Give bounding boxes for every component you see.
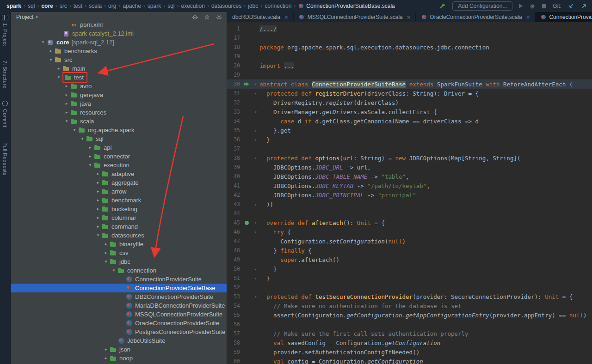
chevron-icon[interactable]: ▾: [55, 73, 62, 82]
line-number[interactable]: 29: [227, 72, 241, 78]
chevron-icon[interactable]: ▸: [94, 213, 102, 222]
tree-item[interactable]: ▸connector: [11, 152, 227, 161]
chevron-icon[interactable]: ▾: [94, 231, 102, 240]
override-marker-icon[interactable]: [245, 221, 249, 225]
code-line[interactable]: 37: [227, 144, 592, 153]
line-number[interactable]: 37: [227, 146, 241, 152]
chevron-icon[interactable]: ▸: [94, 187, 102, 196]
line-number[interactable]: 42: [227, 192, 241, 198]
fold-icon[interactable]: ▴: [252, 276, 259, 280]
code-line[interactable]: 1/.../: [227, 24, 592, 33]
line-number[interactable]: 57: [227, 330, 241, 337]
code-line[interactable]: 35▴ }.get: [227, 126, 592, 135]
line-number[interactable]: 40: [227, 173, 241, 180]
tree-item[interactable]: ▸adaptive: [11, 170, 227, 178]
line-number[interactable]: 35: [227, 127, 241, 133]
code-line[interactable]: 43▴ )): [227, 200, 592, 209]
tree-item[interactable]: ▾jdbc: [11, 257, 227, 266]
chevron-icon[interactable]: ▸: [102, 249, 110, 257]
code-line[interactable]: 30▾abstract class ConnectionProviderSuit…: [227, 79, 592, 89]
line-number[interactable]: 45: [227, 219, 241, 226]
code-line[interactable]: 54 // Make sure no authentication for th…: [227, 301, 592, 310]
tree-item[interactable]: ▸columnar: [11, 213, 227, 222]
line-number[interactable]: 19: [227, 53, 241, 60]
fold-icon[interactable]: ▾: [252, 82, 259, 86]
tree-item[interactable]: ▾core[spark-sql_2.12]: [11, 38, 227, 47]
breadcrumb-item[interactable]: connection: [265, 3, 291, 9]
line-number[interactable]: 44: [227, 210, 241, 217]
line-number[interactable]: 18: [227, 44, 241, 50]
tree-item[interactable]: ▸gen-java: [11, 91, 227, 99]
code-line[interactable]: 38▾ protected def options(url: String) =…: [227, 153, 592, 163]
tree-item[interactable]: ▸noop: [11, 354, 227, 363]
code-line[interactable]: 52: [227, 283, 592, 292]
fold-icon[interactable]: ▾: [252, 295, 259, 299]
code-line[interactable]: 31▾ protected def registerDriver(driverC…: [227, 89, 592, 98]
fold-icon[interactable]: ▾: [252, 110, 259, 114]
editor-tab[interactable]: dbcRDDSuite.scala×: [227, 12, 294, 22]
breadcrumb-item[interactable]: spark: [6, 3, 21, 9]
line-number[interactable]: 30: [227, 81, 241, 87]
tree-item[interactable]: ▸api: [11, 143, 227, 152]
line-number[interactable]: 20: [227, 62, 241, 69]
tree-item[interactable]: ▸benchmark: [11, 196, 227, 205]
chevron-icon[interactable]: ▾: [63, 117, 70, 126]
tree-item[interactable]: spark-catalyst_2.12.iml: [11, 29, 227, 38]
chevron-icon[interactable]: ▾: [110, 266, 117, 275]
stripe-item-pull-requests[interactable]: Pull Requests: [2, 140, 8, 176]
fold-icon[interactable]: ▴: [252, 267, 259, 271]
line-number[interactable]: 56: [227, 321, 241, 328]
chevron-icon[interactable]: ▾: [79, 134, 86, 143]
tree-item[interactable]: ▸arrow: [11, 187, 227, 196]
code-line[interactable]: 32 DriverRegistry.register(driverClass): [227, 98, 592, 107]
breadcrumb-item[interactable]: src: [60, 3, 67, 9]
line-number[interactable]: 33: [227, 109, 241, 115]
tree-item[interactable]: ▸benchmarks: [11, 47, 227, 55]
tree-item[interactable]: ▸resources: [11, 108, 227, 117]
code-line[interactable]: 17: [227, 33, 592, 42]
line-number[interactable]: 32: [227, 99, 241, 106]
breadcrumb-item[interactable]: datasources: [211, 3, 241, 9]
line-number[interactable]: 49: [227, 256, 241, 263]
breadcrumb-item[interactable]: scala: [89, 3, 102, 9]
line-number[interactable]: 50: [227, 266, 241, 272]
code-line[interactable]: 51▴ }: [227, 273, 592, 283]
git-update-icon[interactable]: [568, 3, 574, 9]
line-number[interactable]: 55: [227, 312, 241, 318]
breadcrumb-item[interactable]: apache: [123, 3, 141, 9]
line-number[interactable]: 41: [227, 182, 241, 189]
close-icon[interactable]: ×: [407, 14, 411, 20]
close-icon[interactable]: ×: [526, 14, 530, 20]
line-number[interactable]: 1: [227, 25, 241, 32]
tree-item[interactable]: ▸java: [11, 99, 227, 108]
line-number[interactable]: 17: [227, 35, 241, 41]
tree-item[interactable]: ▾sql: [11, 134, 227, 143]
line-number[interactable]: 36: [227, 136, 241, 143]
code-line[interactable]: 42 JDBCOptions.JDBC_PRINCIPAL -> "princi…: [227, 190, 592, 200]
chevron-icon[interactable]: ▸: [94, 196, 102, 205]
code-line[interactable]: 33▾ DriverManager.getDrivers.asScala.col…: [227, 107, 592, 116]
fold-icon[interactable]: ▴: [252, 202, 259, 206]
line-number[interactable]: 39: [227, 164, 241, 170]
line-number[interactable]: 48: [227, 247, 241, 254]
code-line[interactable]: 39 JDBCOptions.JDBC_URL -> url,: [227, 163, 592, 172]
chevron-icon[interactable]: ▸: [55, 64, 62, 73]
tree-item[interactable]: MariaDBConnectionProviderSuite: [11, 301, 227, 310]
breadcrumb-item[interactable]: jdbc: [248, 3, 258, 9]
fold-icon[interactable]: ▴: [252, 138, 259, 142]
tree-item[interactable]: pom.xml: [11, 20, 227, 29]
code-line[interactable]: 47 Configuration.setConfiguration(null): [227, 237, 592, 246]
tree-item[interactable]: MSSQLConnectionProviderSuite: [11, 310, 227, 319]
tree-item[interactable]: DB2ConnectionProviderSuite: [11, 292, 227, 301]
code-line[interactable]: 58 val savedConfig = Configuration.getCo…: [227, 338, 592, 347]
stripe-item-commit[interactable]: Commit: [2, 101, 8, 127]
fold-icon[interactable]: ▾: [252, 156, 259, 160]
run-icon[interactable]: [519, 4, 523, 8]
code-line[interactable]: 34 case d if d.getClass.getCanonicalName…: [227, 116, 592, 126]
chevron-icon[interactable]: ▸: [47, 47, 55, 55]
code-line[interactable]: 56: [227, 320, 592, 329]
code-line[interactable]: 41 JDBCOptions.JDBC_KEYTAB -> "/path/to/…: [227, 181, 592, 190]
chevron-icon[interactable]: ▸: [63, 82, 70, 91]
tree-item[interactable]: ConnectionProviderSuite: [11, 275, 227, 284]
code-line[interactable]: 53▾ protected def testSecureConnectionPr…: [227, 292, 592, 301]
